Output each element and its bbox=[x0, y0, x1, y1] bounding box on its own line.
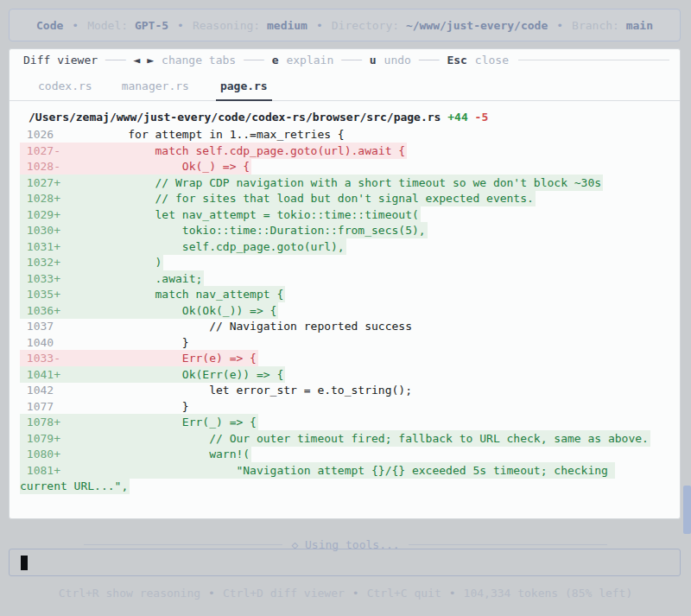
diff-line-highlight: 1042 let error_str = e.to_string(); bbox=[20, 382, 414, 398]
additions-count: +44 bbox=[447, 111, 467, 124]
line-number: 1035+ bbox=[20, 288, 74, 301]
session-field-label: Branch: bbox=[572, 19, 626, 32]
diff-line-highlight: 1040 } bbox=[20, 334, 191, 351]
line-number: 1042 bbox=[20, 384, 74, 397]
diff-line: 1035+ match nav_attempt { bbox=[20, 287, 652, 303]
message-input[interactable] bbox=[9, 549, 681, 576]
diff-line-highlight: 1079+ // Our outer timeout fired; fallba… bbox=[20, 430, 650, 447]
session-field-label: Model: bbox=[87, 19, 135, 32]
line-number: 1027- bbox=[20, 144, 74, 157]
session-field-value: main bbox=[626, 19, 653, 32]
shortcut-key: e bbox=[272, 54, 279, 67]
footer-shortcut-label: show reasoning bbox=[99, 587, 200, 600]
diff-line: 1036+ Ok(Ok(_)) => { bbox=[20, 303, 652, 320]
line-code: let nav_attempt = tokio::time::timeout( bbox=[74, 208, 419, 221]
line-number: 1032+ bbox=[20, 256, 74, 269]
line-code: Ok(_) => { bbox=[74, 160, 250, 173]
diff-line-highlight: 1029+ let nav_attempt = tokio::time::tim… bbox=[20, 206, 421, 223]
line-code: Err(e) => { bbox=[74, 352, 257, 365]
footer-shortcut-label: quit bbox=[408, 587, 441, 600]
shortcut-key: u bbox=[370, 54, 377, 67]
line-code: match nav_attempt { bbox=[74, 288, 284, 301]
diff-line: 1028- Ok(_) => { bbox=[20, 159, 652, 175]
diff-viewer-header: Diff viewer ───◄ ►change tabs───eexplain… bbox=[23, 52, 669, 67]
scrollbar-thumb[interactable] bbox=[683, 486, 691, 534]
diff-line: 1041+ Ok(Err(e)) => { bbox=[20, 367, 652, 384]
line-number: 1037 bbox=[20, 320, 74, 333]
diff-line-highlight: 1030+ tokio::time::Duration::from_secs(5… bbox=[20, 222, 428, 238]
shortcut-label: explain bbox=[286, 54, 333, 67]
session-field-value: medium bbox=[267, 19, 307, 32]
line-number: 1031+ bbox=[20, 240, 74, 253]
header-border-line bbox=[518, 60, 669, 60]
diff-line: 1032+ ) bbox=[20, 255, 652, 271]
footer-hints: Ctrl+R show reasoning•Ctrl+D diff viewer… bbox=[0, 587, 691, 600]
session-field-value: Code bbox=[36, 19, 63, 32]
diff-content[interactable]: 1026 for attempt in 1..=max_retries { 10… bbox=[10, 127, 680, 495]
line-number: 1029+ bbox=[20, 208, 74, 221]
tab-manager.rs[interactable]: manager.rs bbox=[119, 78, 192, 100]
deletions-count: -5 bbox=[468, 111, 488, 124]
tab-page.rs[interactable]: page.rs bbox=[216, 78, 272, 101]
line-code: warn!( bbox=[74, 448, 250, 460]
line-number: 1080+ bbox=[20, 448, 74, 460]
line-code: Ok(Err(e)) => { bbox=[74, 368, 284, 381]
diff-line-highlight: 1037 // Navigation reported success bbox=[20, 318, 414, 334]
file-tabs: codex.rsmanager.rspage.rs bbox=[10, 67, 680, 101]
footer-shortcut-key: Ctrl+R bbox=[59, 587, 99, 600]
diff-line: 1031+ self.cdp_page.goto(url), bbox=[20, 239, 652, 256]
line-number: 1026 bbox=[20, 128, 74, 141]
diff-line: 1078+ Err(_) => { bbox=[20, 415, 652, 431]
diff-line-highlight: 1080+ warn!( bbox=[20, 446, 251, 462]
diff-line-highlight: 1035+ match nav_attempt { bbox=[20, 286, 285, 302]
line-code: match self.cdp_page.goto(url).await { bbox=[74, 144, 406, 157]
diff-line: 1027+ // Wrap CDP navigation with a shor… bbox=[20, 175, 652, 192]
header-dash: ─── bbox=[244, 54, 263, 67]
header-dash: ─── bbox=[419, 54, 439, 67]
line-code: ) bbox=[74, 256, 162, 269]
diff-line: 1026 for attempt in 1..=max_retries { bbox=[20, 127, 652, 143]
line-number: 1081+ bbox=[20, 464, 74, 477]
separator-dot: • bbox=[556, 19, 563, 32]
line-number: 1027+ bbox=[20, 176, 74, 189]
footer-shortcut-key: Ctrl+D bbox=[223, 587, 263, 600]
diff-line: 1042 let error_str = e.to_string(); bbox=[20, 383, 652, 399]
diff-line: 1033+ .await; bbox=[20, 271, 652, 288]
separator-dot: • bbox=[208, 587, 215, 600]
line-number: 1033- bbox=[20, 352, 74, 365]
line-code: // Our outer timeout fired; fallback to … bbox=[74, 432, 649, 445]
status-dash-right bbox=[409, 544, 607, 545]
file-path-row: /Users/zemaj/www/just-every/code/codex-r… bbox=[29, 111, 669, 124]
status-dash-left bbox=[84, 544, 282, 545]
file-path: /Users/zemaj/www/just-every/code/codex-r… bbox=[29, 111, 447, 124]
line-code: // Wrap CDP navigation with a short time… bbox=[74, 176, 601, 189]
diff-line-highlight: 1041+ Ok(Err(e)) => { bbox=[20, 366, 285, 383]
diff-line-highlight: 1036+ Ok(Ok(_)) => { bbox=[20, 302, 278, 319]
text-cursor bbox=[21, 556, 28, 570]
terminal-app-window: Code•Model: GPT-5•Reasoning: medium•Dire… bbox=[0, 0, 691, 616]
line-number: 1036+ bbox=[20, 304, 74, 317]
shortcut-key: Esc bbox=[447, 54, 466, 67]
line-code: } bbox=[74, 336, 189, 349]
diff-line-highlight: 1031+ self.cdp_page.goto(url), bbox=[20, 238, 346, 255]
line-number: 1078+ bbox=[20, 416, 74, 429]
shortcut-label: change tabs bbox=[162, 54, 236, 67]
line-number: 1033+ bbox=[20, 272, 74, 285]
session-field-value: GPT-5 bbox=[135, 19, 168, 32]
line-code: "Navigation attempt {}/{} exceeded 5s ti… bbox=[20, 464, 615, 493]
diff-line-highlight: 1028+ // for sites that load but don't s… bbox=[20, 190, 536, 206]
diff-line: 1030+ tokio::time::Duration::from_secs(5… bbox=[20, 223, 652, 239]
line-code: for attempt in 1..=max_retries { bbox=[74, 128, 345, 141]
separator-dot: • bbox=[72, 19, 79, 32]
diff-line: 1029+ let nav_attempt = tokio::time::tim… bbox=[20, 207, 652, 224]
tab-codex.rs[interactable]: codex.rs bbox=[35, 78, 95, 100]
line-number: 1028+ bbox=[20, 192, 74, 205]
diff-line: 1080+ warn!( bbox=[20, 447, 652, 463]
diff-line-highlight: 1077 } bbox=[20, 398, 191, 415]
diff-line: 1028+ // for sites that load but don't s… bbox=[20, 191, 652, 207]
line-code: Err(_) => { bbox=[74, 416, 257, 429]
line-number: 1030+ bbox=[20, 224, 74, 237]
session-field-label: Reasoning: bbox=[193, 19, 267, 32]
diff-viewer-title: Diff viewer bbox=[23, 54, 98, 67]
line-number: 1028- bbox=[20, 160, 74, 173]
